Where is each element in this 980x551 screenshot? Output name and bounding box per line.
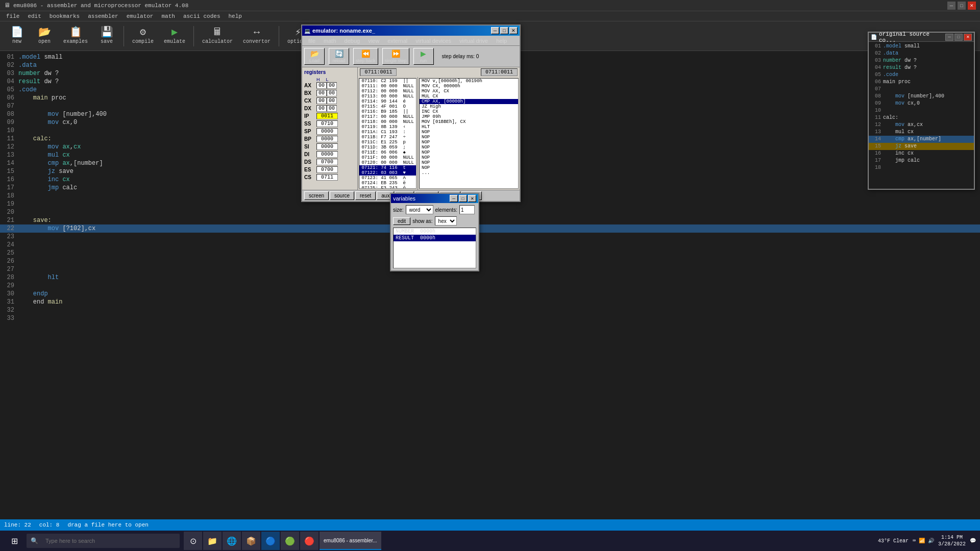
asm-row[interactable]: 07123: 41 065 A xyxy=(359,176,416,181)
reg-di[interactable] xyxy=(316,151,338,158)
vars-size-select[interactable]: word byte dword xyxy=(406,205,433,214)
disasm-row-selected[interactable]: CMP AX, [00000h] xyxy=(420,99,518,104)
reg-cx-h[interactable] xyxy=(316,97,327,104)
src-close[interactable]: ✕ xyxy=(964,34,972,41)
vars-close[interactable]: ✕ xyxy=(468,195,476,202)
variables-list[interactable]: NUMBER 0000h RESULT 0000h xyxy=(393,228,476,268)
reg-bp[interactable] xyxy=(316,136,338,142)
reg-sp[interactable] xyxy=(316,128,338,135)
tab-source[interactable]: source xyxy=(330,191,354,200)
vars-edit-button[interactable]: edit xyxy=(393,217,410,225)
toolbar-open[interactable]: 📂 open xyxy=(32,26,57,46)
emu-menu-external[interactable]: external xyxy=(383,37,411,45)
toolbar-convertor[interactable]: ↔ convertor xyxy=(239,26,275,46)
asm-row[interactable]: 0711D: 3B 059 ; xyxy=(359,145,416,150)
disassembly-list[interactable]: MOV v,[00000h], 00190h MOV CX, 00000h MO… xyxy=(419,78,519,189)
asm-row[interactable]: 07124: EB 235 ë xyxy=(359,181,416,186)
menu-edit[interactable]: edit xyxy=(23,12,45,20)
toolbar-calculator[interactable]: 🖩 calculator xyxy=(198,26,237,46)
asm-row[interactable]: 0711A: C1 193 : xyxy=(359,130,416,135)
taskbar-app7[interactable]: 🔴 xyxy=(300,532,318,550)
asm-row[interactable]: 0711C: E1 225 p xyxy=(359,140,416,145)
menu-help[interactable]: help xyxy=(225,12,246,20)
emu-stepback-btn[interactable]: ⏪ step back xyxy=(353,48,378,65)
src-minimize[interactable]: ─ xyxy=(945,34,953,41)
taskbar-store[interactable]: 📦 xyxy=(242,532,260,550)
emu-run-btn[interactable]: ▶ run xyxy=(413,48,434,65)
taskbar-search-container[interactable]: 🔍 xyxy=(27,534,180,548)
asm-row[interactable]: 07125: F3 243 ó xyxy=(359,186,416,189)
reg-dx-l[interactable] xyxy=(327,105,337,112)
disasm-row[interactable]: INC CX xyxy=(420,109,518,114)
disasm-row[interactable]: NOP xyxy=(420,165,518,170)
emu-menu-virtual-drive[interactable]: virtual drive xyxy=(455,37,492,45)
emu-menu-virtual-devices[interactable]: virtual devices xyxy=(411,37,455,45)
maximize-button[interactable]: □ xyxy=(958,2,966,10)
reg-es[interactable] xyxy=(316,166,338,173)
taskbar-files[interactable]: 📁 xyxy=(203,532,222,550)
menu-assembler[interactable]: assembler xyxy=(84,12,122,20)
asm-row[interactable]: 07111: 00 000 NULL xyxy=(359,84,416,89)
menu-emulator[interactable]: emulator xyxy=(122,12,158,20)
reg-ds[interactable] xyxy=(316,159,338,165)
reg-si[interactable] xyxy=(316,143,338,150)
asm-row[interactable]: 0711F: 00 000 NULL xyxy=(359,155,416,160)
disasm-row[interactable]: NOP xyxy=(420,135,518,140)
disasm-row[interactable]: NOP xyxy=(420,155,518,160)
emu-load-btn[interactable]: 📂 Load xyxy=(304,48,325,65)
disasm-row[interactable]: NOP xyxy=(420,130,518,135)
disasm-row[interactable]: MOV v,[00000h], 00190h xyxy=(420,79,518,84)
taskbar-chrome[interactable]: 🟢 xyxy=(281,532,299,550)
disasm-row[interactable]: ... xyxy=(420,170,518,176)
src-maximize[interactable]: □ xyxy=(954,34,963,41)
tab-screen[interactable]: screen xyxy=(304,191,329,200)
minimize-button[interactable]: ─ xyxy=(947,2,955,10)
vars-elements-input[interactable] xyxy=(459,205,475,214)
emu-menu-help[interactable]: help xyxy=(492,37,511,45)
taskbar-emu-app[interactable]: emu8086 - assembler... xyxy=(320,532,381,550)
assembly-list[interactable]: 07110: C2 199 || 07111: 00 000 NULL 0711… xyxy=(359,78,416,189)
menu-ascii[interactable]: ascii codes xyxy=(179,12,225,20)
asm-row[interactable]: 07112: 00 000 NULL xyxy=(359,89,416,94)
tab-reset[interactable]: reset xyxy=(355,191,376,200)
vars-item-number[interactable]: NUMBER 0000h xyxy=(394,228,476,235)
disasm-row[interactable]: MUL CX xyxy=(420,94,518,99)
disasm-row[interactable]: MOV AX, CX xyxy=(420,89,518,94)
toolbar-compile[interactable]: ⚙ compile xyxy=(128,26,158,46)
vars-showas-select[interactable]: hex dec bin xyxy=(435,216,457,226)
reg-ip[interactable] xyxy=(316,113,338,119)
asm-row-selected[interactable]: 07121: 74 116 t xyxy=(359,165,416,170)
vars-minimize[interactable]: ─ xyxy=(450,195,458,202)
reg-bx-h[interactable] xyxy=(316,90,327,96)
asm-row[interactable]: 07110: C2 199 || xyxy=(359,79,416,84)
disasm-row[interactable]: MOV CX, 00000h xyxy=(420,84,518,89)
reg-ss[interactable] xyxy=(316,120,338,127)
menu-file[interactable]: file xyxy=(2,12,23,20)
reg-cx-l[interactable] xyxy=(327,97,337,104)
toolbar-new[interactable]: 📄 new xyxy=(4,26,30,46)
taskbar-clock[interactable]: 1:14 PM 3/28/2022 xyxy=(938,534,966,547)
taskbar-vscode[interactable]: 🔵 xyxy=(261,532,280,550)
asm-row[interactable]: 0711B: F7 247 ÷ xyxy=(359,135,416,140)
emu-singlestep-btn[interactable]: ⏩ single step xyxy=(382,48,409,65)
reg-cs[interactable] xyxy=(316,174,338,181)
disasm-row[interactable]: HLT xyxy=(420,124,518,130)
disasm-row[interactable]: NOP xyxy=(420,145,518,150)
asm-row[interactable]: 07119: 8B 139 ‹ xyxy=(359,124,416,130)
asm-row[interactable]: 07118: 00 000 NULL xyxy=(359,119,416,124)
asm-row[interactable]: 0711E: 06 006 ♠ xyxy=(359,150,416,155)
disasm-row[interactable]: JZ High xyxy=(420,104,518,109)
emu-menu-debug[interactable]: debug xyxy=(340,37,364,45)
emu-menu-math[interactable]: math xyxy=(320,37,340,45)
reg-ax-l[interactable] xyxy=(327,82,337,89)
asm-row[interactable]: 07117: 00 000 NULL xyxy=(359,114,416,119)
start-button[interactable]: ⊞ xyxy=(4,533,24,549)
vars-item-result[interactable]: RESULT 0000h xyxy=(394,235,476,241)
asm-row[interactable]: 07116: B9 185 || xyxy=(359,109,416,114)
close-button[interactable]: ✕ xyxy=(968,2,976,10)
reg-dx-h[interactable] xyxy=(316,105,327,112)
taskbar-search-input[interactable] xyxy=(41,534,176,548)
asm-row[interactable]: 07113: 00 000 NULL xyxy=(359,94,416,99)
emulator-close[interactable]: ✕ xyxy=(509,27,518,34)
toolbar-save[interactable]: 💾 save xyxy=(94,26,119,46)
